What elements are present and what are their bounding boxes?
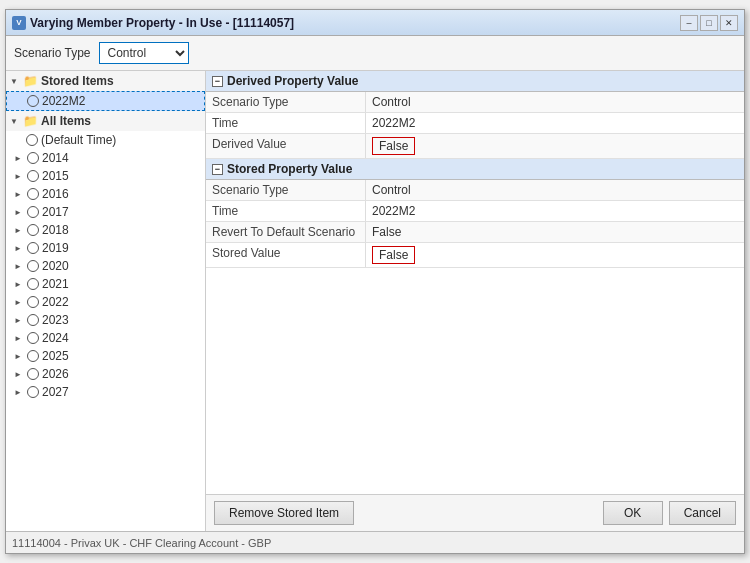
prop-name-scenario-type-derived: Scenario Type: [206, 92, 366, 112]
tree-item-label-2027: 2027: [42, 385, 69, 399]
all-items-arrow: ▼: [10, 117, 20, 126]
tree-item-label-2023: 2023: [42, 313, 69, 327]
circle-icon-2014: [27, 152, 39, 164]
tree-item-2016[interactable]: ► 2016: [6, 185, 205, 203]
prop-row-stored-value: Stored Value False: [206, 243, 744, 268]
prop-row-time-stored: Time 2022M2: [206, 201, 744, 222]
arrow-2018: ►: [14, 226, 24, 235]
status-text: 11114004 - Privax UK - CHF Clearing Acco…: [12, 537, 271, 549]
tree-item-label-2025: 2025: [42, 349, 69, 363]
tree-item-label-default-time: (Default Time): [41, 133, 116, 147]
circle-icon-2024: [27, 332, 39, 344]
app-icon: V: [12, 16, 26, 30]
stored-items-folder-icon: 📁: [23, 74, 38, 88]
tree-item-2027[interactable]: ► 2027: [6, 383, 205, 401]
tree-item-2022[interactable]: ► 2022: [6, 293, 205, 311]
prop-value-scenario-type-derived: Control: [366, 92, 744, 112]
stored-items-header[interactable]: ▼ 📁 Stored Items: [6, 71, 205, 91]
arrow-2021: ►: [14, 280, 24, 289]
tree-item-2014[interactable]: ► 2014: [6, 149, 205, 167]
circle-icon-2022: [27, 296, 39, 308]
stored-items-label: Stored Items: [41, 74, 114, 88]
tree-item-2026[interactable]: ► 2026: [6, 365, 205, 383]
prop-value-time-stored: 2022M2: [366, 201, 744, 221]
arrow-2026: ►: [14, 370, 24, 379]
scenario-type-label: Scenario Type: [14, 46, 91, 60]
arrow-2015: ►: [14, 172, 24, 181]
arrow-2024: ►: [14, 334, 24, 343]
all-items-header[interactable]: ▼ 📁 All Items: [6, 111, 205, 131]
arrow-2020: ►: [14, 262, 24, 271]
tree-item-label-2026: 2026: [42, 367, 69, 381]
tree-item-2022m2[interactable]: 2022M2: [6, 91, 205, 111]
tree-item-label-2021: 2021: [42, 277, 69, 291]
prop-name-time-derived: Time: [206, 113, 366, 133]
tree-item-label-2024: 2024: [42, 331, 69, 345]
tree-item-2018[interactable]: ► 2018: [6, 221, 205, 239]
circle-icon-2022m2: [27, 95, 39, 107]
arrow-2017: ►: [14, 208, 24, 217]
stored-property-header: − Stored Property Value: [206, 159, 744, 180]
tree-item-2023[interactable]: ► 2023: [6, 311, 205, 329]
minimize-button[interactable]: –: [680, 15, 698, 31]
prop-value-time-derived: 2022M2: [366, 113, 744, 133]
tree-item-label-2016: 2016: [42, 187, 69, 201]
derived-property-expand[interactable]: −: [212, 76, 223, 87]
arrow-2027: ►: [14, 388, 24, 397]
circle-icon-default-time: [26, 134, 38, 146]
prop-name-revert-default: Revert To Default Scenario: [206, 222, 366, 242]
bottom-bar: Remove Stored Item OK Cancel: [206, 494, 744, 531]
derived-value-highlighted: False: [372, 137, 415, 155]
tree-item-2021[interactable]: ► 2021: [6, 275, 205, 293]
arrow-2023: ►: [14, 316, 24, 325]
circle-icon-2021: [27, 278, 39, 290]
prop-row-time-derived: Time 2022M2: [206, 113, 744, 134]
prop-value-stored-value: False: [366, 243, 744, 267]
all-items-label: All Items: [41, 114, 91, 128]
circle-icon-2025: [27, 350, 39, 362]
stored-property-expand[interactable]: −: [212, 164, 223, 175]
prop-value-scenario-type-stored: Control: [366, 180, 744, 200]
status-bar: 11114004 - Privax UK - CHF Clearing Acco…: [6, 531, 744, 553]
tree-item-2025[interactable]: ► 2025: [6, 347, 205, 365]
tree-item-2015[interactable]: ► 2015: [6, 167, 205, 185]
ok-button[interactable]: OK: [603, 501, 663, 525]
tree-item-2019[interactable]: ► 2019: [6, 239, 205, 257]
arrow-2022: ►: [14, 298, 24, 307]
stored-value-highlighted: False: [372, 246, 415, 264]
action-buttons: OK Cancel: [603, 501, 736, 525]
circle-icon-2020: [27, 260, 39, 272]
arrow-2025: ►: [14, 352, 24, 361]
arrow-2014: ►: [14, 154, 24, 163]
restore-button[interactable]: □: [700, 15, 718, 31]
circle-icon-2018: [27, 224, 39, 236]
tree-item-default-time[interactable]: (Default Time): [6, 131, 205, 149]
cancel-button[interactable]: Cancel: [669, 501, 736, 525]
close-button[interactable]: ✕: [720, 15, 738, 31]
scenario-type-select[interactable]: Control: [99, 42, 189, 64]
stored-items-arrow: ▼: [10, 77, 20, 86]
arrow-2019: ►: [14, 244, 24, 253]
arrow-2016: ►: [14, 190, 24, 199]
main-content: ▼ 📁 Stored Items 2022M2 ▼ 📁 All Items (D…: [6, 71, 744, 531]
window-title: Varying Member Property - In Use - [1111…: [30, 16, 676, 30]
tree-item-label-2015: 2015: [42, 169, 69, 183]
prop-value-revert-default: False: [366, 222, 744, 242]
stored-property-title: Stored Property Value: [227, 162, 352, 176]
prop-value-derived-value: False: [366, 134, 744, 158]
circle-icon-2023: [27, 314, 39, 326]
tree-item-label-2019: 2019: [42, 241, 69, 255]
circle-icon-2026: [27, 368, 39, 380]
tree-item-2017[interactable]: ► 2017: [6, 203, 205, 221]
tree-item-2020[interactable]: ► 2020: [6, 257, 205, 275]
tree-item-label-2018: 2018: [42, 223, 69, 237]
all-items-folder-icon: 📁: [23, 114, 38, 128]
left-panel: ▼ 📁 Stored Items 2022M2 ▼ 📁 All Items (D…: [6, 71, 206, 531]
tree-item-2024[interactable]: ► 2024: [6, 329, 205, 347]
circle-icon-2027: [27, 386, 39, 398]
prop-row-derived-value: Derived Value False: [206, 134, 744, 159]
remove-stored-item-button[interactable]: Remove Stored Item: [214, 501, 354, 525]
derived-property-title: Derived Property Value: [227, 74, 358, 88]
tree-item-label-2022m2: 2022M2: [42, 94, 85, 108]
tree-item-label-2020: 2020: [42, 259, 69, 273]
